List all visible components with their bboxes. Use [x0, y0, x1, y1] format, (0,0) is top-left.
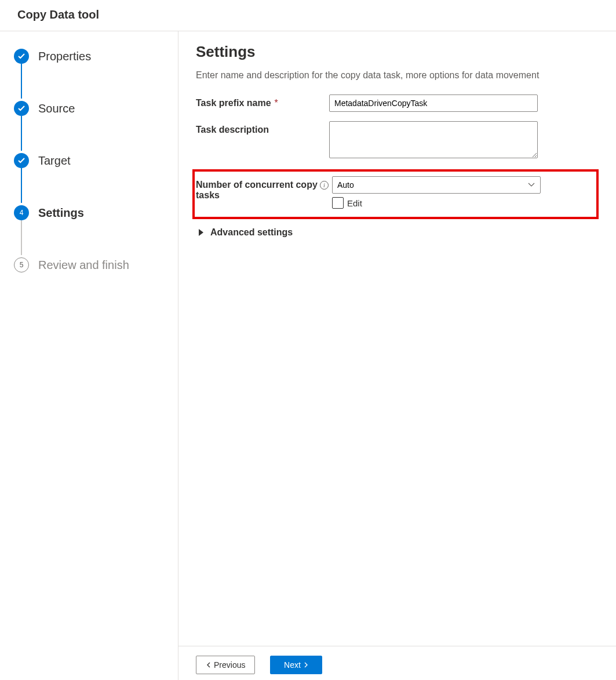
concurrent-tasks-value[interactable] [332, 176, 541, 194]
previous-button[interactable]: Previous [196, 656, 255, 674]
page-title: Settings [196, 43, 599, 61]
check-icon [14, 101, 29, 116]
wizard-steps: Properties Source Target [0, 31, 178, 680]
edit-checkbox[interactable] [332, 197, 344, 209]
check-icon [14, 153, 29, 168]
triangle-right-icon [199, 229, 203, 236]
step-label: Target [38, 154, 71, 168]
check-icon [14, 49, 29, 64]
step-label: Source [38, 102, 75, 115]
task-description-label: Task description [196, 121, 329, 135]
step-label: Properties [38, 50, 91, 63]
concurrent-tasks-highlight: Number of concurrent copy tasks i [192, 169, 599, 219]
concurrent-tasks-label: Number of concurrent copy tasks [196, 176, 320, 201]
chevron-left-icon [206, 662, 212, 668]
step-settings[interactable]: 4 Settings [14, 203, 171, 223]
task-prefix-input[interactable] [329, 94, 538, 112]
advanced-settings-label: Advanced settings [210, 227, 293, 238]
step-number-icon: 4 [14, 205, 29, 220]
edit-checkbox-label: Edit [347, 198, 362, 208]
step-target[interactable]: Target [14, 151, 171, 170]
step-source[interactable]: Source [14, 99, 171, 118]
required-indicator: * [275, 98, 278, 108]
advanced-settings-toggle[interactable]: Advanced settings [199, 227, 599, 238]
task-prefix-label: Task prefix name* [196, 94, 329, 108]
chevron-right-icon [303, 662, 309, 668]
step-number-icon: 5 [14, 257, 29, 272]
task-description-input[interactable] [329, 121, 538, 158]
page-subtitle: Enter name and description for the copy … [196, 70, 599, 81]
page-header: Copy Data tool [0, 0, 616, 31]
header-title: Copy Data tool [17, 8, 99, 21]
task-description-row: Task description [196, 121, 599, 160]
step-review[interactable]: 5 Review and finish [14, 255, 171, 275]
step-label: Review and finish [38, 259, 129, 272]
step-label: Settings [38, 206, 84, 220]
concurrent-tasks-select[interactable] [332, 176, 541, 194]
next-button[interactable]: Next [270, 656, 322, 674]
wizard-footer: Previous Next [178, 646, 616, 680]
step-properties[interactable]: Properties [14, 46, 171, 66]
task-prefix-row: Task prefix name* [196, 94, 599, 112]
info-icon[interactable]: i [320, 181, 329, 190]
